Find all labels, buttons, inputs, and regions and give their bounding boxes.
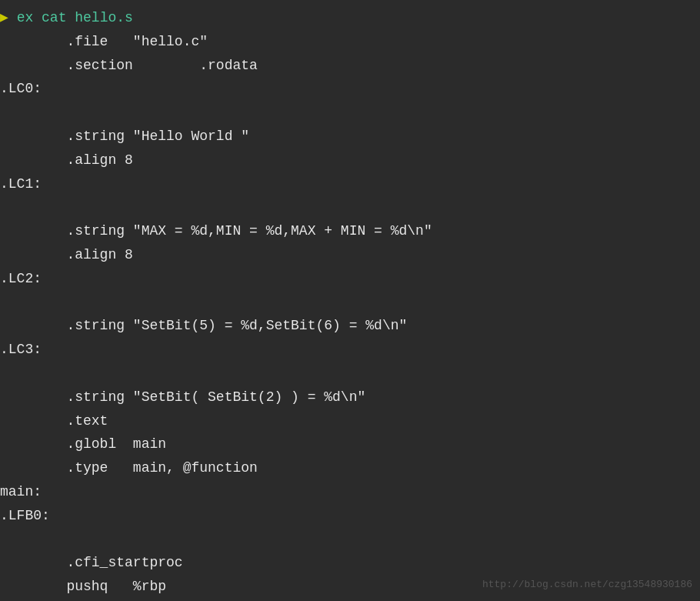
line-content: .align 8 [0,244,133,266]
line-section: .section .rodata [0,54,700,78]
line-main-label: main: [0,480,700,504]
line-content: .string "SetBit( SetBit(2) ) = %d\n" [0,386,365,409]
line-content: .type main, @function [0,457,258,479]
line-content [0,292,8,314]
line-lc1-label: .LC1: [0,172,700,196]
watermark: http://blog.csdn.net/czg13548930186 [482,577,692,593]
terminal-window: ▶ ex cat hello.s .file "hello.c" .sectio… [0,0,700,601]
line-content: main: [0,481,42,503]
line-file: .file "hello.c" [0,30,700,54]
line-lc2-label: .LC2: [0,267,700,291]
line-cfi-start: .cfi_startproc [0,551,700,575]
line-content: .LC1: [0,173,42,195]
line-content: .LFB0: [0,505,50,527]
line-type: .type main, @function [0,456,700,480]
line-content: .align 8 [0,149,133,172]
prompt-arrow: ▶ [0,7,8,29]
line-content [0,196,8,219]
line-globl: .globl main [0,432,700,456]
line-content [0,529,8,551]
line-lfb0-label: .LFB0: [0,504,700,528]
line-content: .globl main [0,433,166,456]
line-content: .section .rodata [0,55,258,77]
line-content: .cfi_startproc [0,552,183,574]
line-content: .LC2: [0,268,42,290]
line-content [0,102,8,124]
line-content [0,362,8,385]
line-lc3-label: .LC3: [0,338,700,362]
line-lc0-string: .string "Hello World " [0,125,700,149]
line-blank-2 [0,195,700,219]
line-content: .file "hello.c" [0,31,208,53]
line-content: .string "Hello World " [0,125,249,148]
line-content: .string "MAX = %d,MIN = %d,MAX + MIN = %… [0,220,432,242]
line-lc2-string: .string "SetBit(5) = %d,SetBit(6) = %d\n… [0,314,700,338]
line-lc3-string: .string "SetBit( SetBit(2) ) = %d\n" [0,386,700,409]
line-blank-3 [0,291,700,315]
line-blank-5 [0,528,700,552]
line-content: .LC0: [0,78,42,100]
line-content: .LC3: [0,339,42,361]
line-blank-1 [0,101,700,125]
line-content: .string "SetBit(5) = %d,SetBit(6) = %d\n… [0,315,407,337]
command-text: ex cat hello.s [8,7,133,29]
line-blank-4 [0,362,700,386]
line-content: .text [0,410,108,432]
line-lc1-string: .string "MAX = %d,MIN = %d,MAX + MIN = %… [0,219,700,243]
line-lc0-align: .align 8 [0,149,700,172]
line-lc1-align: .align 8 [0,243,700,267]
line-lc0-label: .LC0: [0,77,700,101]
line-text: .text [0,409,700,433]
command-line: ▶ ex cat hello.s [0,6,700,30]
line-content: pushq %rbp [0,576,166,598]
